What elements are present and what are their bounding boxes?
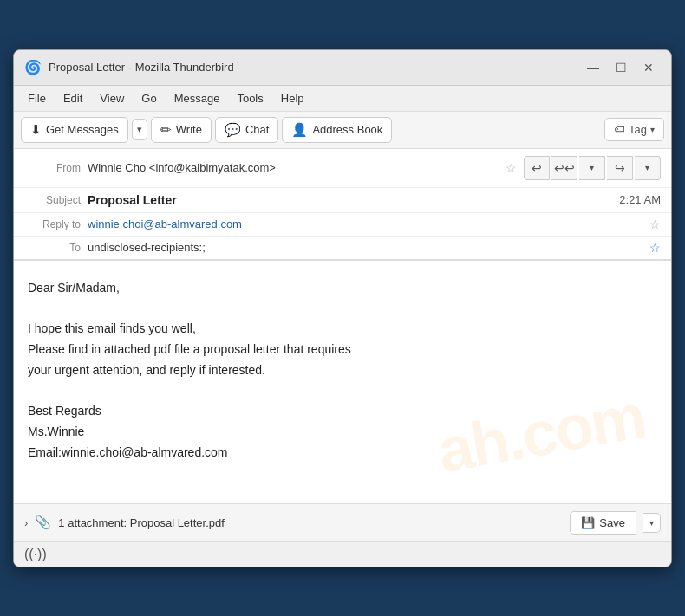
email-header: From Winnie Cho <info@kalbimyatak.com> ☆… — [14, 149, 671, 261]
thunderbird-window: 🌀 Proposal Letter - Mozilla Thunderbird … — [13, 49, 672, 567]
write-button[interactable]: ✏ Write — [151, 117, 212, 143]
body-line9: Email:winnie.choi@ab-almvared.com — [28, 443, 657, 464]
to-value: undisclosed-recipients:; — [88, 241, 644, 254]
tag-button[interactable]: 🏷 Tag ▾ — [604, 118, 664, 141]
app-icon: 🌀 — [24, 59, 42, 75]
attachment-expand-icon[interactable]: › — [24, 516, 28, 529]
chat-label: Chat — [245, 123, 269, 136]
from-star-icon[interactable]: ☆ — [506, 161, 517, 175]
save-dropdown-button[interactable]: ▾ — [643, 513, 661, 533]
get-messages-button[interactable]: ⬇ Get Messages — [21, 117, 128, 143]
chat-icon: 💬 — [225, 122, 241, 138]
save-icon: 💾 — [581, 516, 595, 529]
menu-help[interactable]: Help — [274, 89, 311, 107]
tag-dropdown-icon: ▾ — [650, 125, 655, 134]
window-controls: — ☐ ✕ — [581, 57, 661, 78]
to-star-icon[interactable]: ☆ — [649, 241, 661, 255]
attachment-bar: › 📎 1 attachment: Proposal Letter.pdf 💾 … — [14, 503, 671, 541]
subject-row: Subject Proposal Letter 2:21 AM — [14, 188, 671, 213]
from-value: Winnie Cho <info@kalbimyatak.com> — [88, 161, 500, 174]
address-book-label: Address Book — [312, 123, 382, 136]
address-book-icon: 👤 — [291, 122, 308, 138]
attachment-text: 1 attachment: Proposal Letter.pdf — [58, 516, 563, 529]
menu-message[interactable]: Message — [167, 89, 227, 107]
save-label: Save — [599, 516, 625, 529]
signal-icon: ((·)) — [24, 547, 47, 562]
menu-edit[interactable]: Edit — [56, 89, 89, 107]
menu-tools[interactable]: Tools — [230, 89, 270, 107]
body-line5: your urgent attention, and reply if inte… — [28, 360, 657, 381]
paperclip-icon: 📎 — [35, 515, 51, 530]
body-line4: Please find in attached pdf file a propo… — [28, 340, 657, 360]
close-button[interactable]: ✕ — [636, 57, 661, 78]
tag-label: Tag — [629, 123, 647, 136]
subject-label: Subject — [24, 194, 81, 206]
maximize-button[interactable]: ☐ — [609, 57, 633, 78]
replyto-value: winnie.choi@ab-almvared.com — [88, 217, 644, 230]
replyto-row: Reply to winnie.choi@ab-almvared.com ☆ — [14, 213, 671, 237]
body-line3: I hope this email finds you well, — [28, 319, 657, 340]
body-line1: Dear Sir/Madam, — [28, 278, 657, 299]
replyto-star-icon[interactable]: ☆ — [649, 217, 661, 231]
reply-button[interactable]: ↩ — [524, 156, 550, 180]
write-label: Write — [176, 123, 202, 136]
chat-button[interactable]: 💬 Chat — [215, 117, 278, 143]
menu-bar: File Edit View Go Message Tools Help — [14, 86, 671, 112]
from-label: From — [24, 162, 81, 174]
menu-file[interactable]: File — [21, 89, 53, 107]
toolbar: ⬇ Get Messages ▾ ✏ Write 💬 Chat 👤 Addres… — [14, 112, 671, 149]
get-messages-icon: ⬇ — [30, 122, 42, 138]
menu-go[interactable]: Go — [134, 89, 163, 107]
from-row: From Winnie Cho <info@kalbimyatak.com> ☆… — [14, 149, 671, 188]
email-body: Dear Sir/Madam, I hope this email finds … — [14, 261, 671, 503]
title-bar: 🌀 Proposal Letter - Mozilla Thunderbird … — [14, 50, 671, 86]
tag-icon: 🏷 — [614, 123, 625, 136]
to-row: To undisclosed-recipients:; ☆ — [14, 237, 671, 260]
write-icon: ✏ — [160, 122, 172, 138]
body-line8: Ms.Winnie — [28, 422, 657, 443]
minimize-button[interactable]: — — [581, 57, 605, 78]
more-actions-button[interactable]: ▾ — [579, 156, 605, 180]
get-messages-dropdown[interactable]: ▾ — [132, 119, 147, 140]
replyto-label: Reply to — [24, 218, 81, 230]
save-button[interactable]: 💾 Save — [570, 511, 636, 535]
time-value: 2:21 AM — [619, 193, 661, 206]
title-bar-left: 🌀 Proposal Letter - Mozilla Thunderbird — [24, 59, 234, 75]
window-title: Proposal Letter - Mozilla Thunderbird — [49, 61, 234, 74]
email-body-text: Dear Sir/Madam, I hope this email finds … — [28, 278, 657, 464]
more-button[interactable]: ▾ — [635, 156, 661, 180]
get-messages-label: Get Messages — [46, 123, 119, 136]
forward-button[interactable]: ↪ — [607, 156, 633, 180]
email-actions: ↩ ↩↩ ▾ ↪ ▾ — [524, 156, 661, 180]
to-label: To — [24, 242, 81, 254]
subject-value: Proposal Letter — [88, 193, 619, 207]
reply-all-button[interactable]: ↩↩ — [551, 156, 577, 180]
body-line7: Best Regards — [28, 401, 657, 422]
status-bar: ((·)) — [14, 541, 671, 567]
address-book-button[interactable]: 👤 Address Book — [282, 117, 392, 143]
menu-view[interactable]: View — [93, 89, 131, 107]
